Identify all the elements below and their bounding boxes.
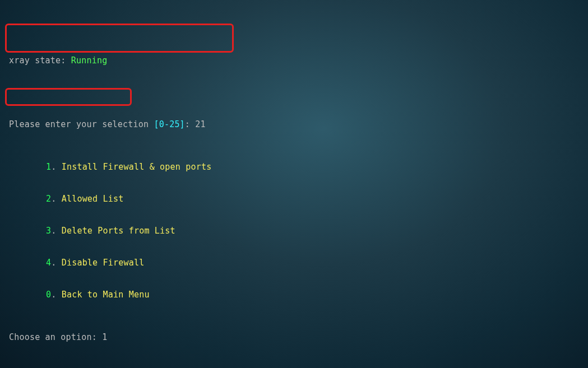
prompt1-text: Please enter your selection bbox=[9, 119, 154, 129]
menu-option-2[interactable]: 2. Allowed List bbox=[46, 194, 588, 204]
menu-sep: . bbox=[51, 258, 61, 268]
state-label: xray state: bbox=[9, 55, 71, 66]
menu-option-4[interactable]: 4. Disable Firewall bbox=[46, 258, 588, 268]
state-line: xray state: Running bbox=[9, 55, 588, 66]
menu-num: 2 bbox=[46, 194, 51, 204]
prompt2-answer: 1 bbox=[102, 332, 107, 342]
menu-sep: . bbox=[51, 194, 61, 204]
menu-label: Back to Main Menu bbox=[62, 290, 150, 300]
menu-label: Disable Firewall bbox=[62, 258, 145, 268]
option-prompt[interactable]: Choose an option: 1 bbox=[9, 332, 588, 343]
prompt1-range: [0-25] bbox=[154, 119, 184, 129]
selection-prompt[interactable]: Please enter your selection [0-25]: 21 bbox=[9, 119, 588, 130]
menu-label: Install Firewall & open ports bbox=[62, 162, 212, 172]
menu-num: 4 bbox=[46, 258, 51, 268]
menu-option-3[interactable]: 3. Delete Ports from List bbox=[46, 226, 588, 236]
menu-sep: . bbox=[51, 290, 61, 300]
menu-num: 0 bbox=[46, 290, 51, 300]
menu-sep: . bbox=[51, 162, 61, 172]
menu-option-1[interactable]: 1. Install Firewall & open ports bbox=[46, 162, 588, 173]
highlight-box-1 bbox=[5, 24, 234, 53]
prompt1-answer: 21 bbox=[195, 119, 205, 129]
blank-line bbox=[9, 87, 588, 98]
menu-label: Delete Ports from List bbox=[62, 226, 175, 236]
prompt1-colon: : bbox=[185, 119, 195, 129]
menu-num: 3 bbox=[46, 226, 51, 236]
state-value: Running bbox=[71, 55, 108, 66]
menu-sep: . bbox=[51, 226, 61, 236]
prompt2-text: Choose an option: bbox=[9, 332, 102, 342]
menu-num: 1 bbox=[46, 162, 51, 172]
terminal-output[interactable]: xray state: Running Please enter your se… bbox=[0, 0, 588, 368]
menu-label: Allowed List bbox=[62, 194, 124, 204]
menu-option-0[interactable]: 0. Back to Main Menu bbox=[46, 290, 588, 300]
